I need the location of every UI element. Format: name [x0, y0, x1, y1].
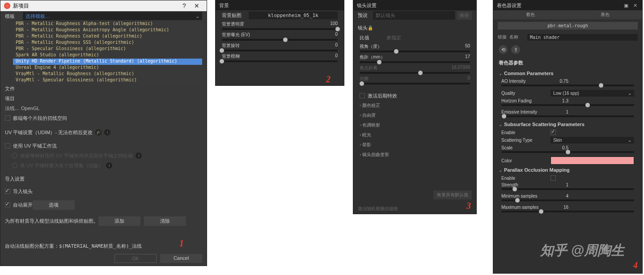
naming-scheme-label: 自动法线贴图分配方案：$(MATERIAL_NAME材质_名称)_法线 — [5, 243, 142, 249]
template-option[interactable]: Spark AR Studio (allegorithmic) — [13, 52, 202, 59]
slider-value: 100 — [330, 21, 338, 27]
slider-label: 视角（度） — [360, 43, 382, 50]
udim-label: UV 平铺设置（UDIM）- 无法在稍后更改 — [5, 129, 93, 136]
sss-parameters-header[interactable]: Subsurface Scattering Parameters — [493, 120, 642, 129]
panel-title: 着色器设置 — [497, 2, 521, 9]
tab-shading[interactable]: 着色 — [493, 10, 568, 19]
close-button[interactable]: ✕ — [191, 2, 203, 9]
pom-min-samples-slider[interactable] — [501, 199, 634, 201]
pom-enable-checkbox[interactable] — [551, 175, 556, 181]
template-dropdown-list[interactable]: PBR - Metallic Roughness Alpha-test (all… — [13, 21, 202, 84]
template-option[interactable]: Unreal Engine 4 (allegorithmic) — [13, 65, 202, 71]
link-icon[interactable]: ⟲ — [499, 45, 508, 54]
params-header: 着色器参数 — [493, 57, 642, 69]
shader-name-field[interactable]: Main shader — [527, 34, 638, 41]
preserve-uv-radio[interactable] — [12, 153, 17, 158]
lock-icon[interactable]: 🔒 — [368, 25, 373, 30]
shader-settings-panel: 着色器设置 ▣ ✕ 着色 基色 pbr-metal-rough 链接 名称 Ma… — [493, 0, 643, 274]
ratio-label: 比值 — [360, 34, 386, 41]
sss-color-swatch[interactable] — [551, 157, 634, 165]
fx-item[interactable]: 自由度 — [353, 110, 476, 120]
tab-basecolor[interactable]: 基色 — [568, 10, 643, 19]
convert-uv-radio[interactable] — [12, 163, 17, 168]
pom-max-samples-slider[interactable] — [501, 211, 634, 212]
clear-button[interactable]: 清除 — [144, 216, 186, 226]
slider-label: 焦点距离 — [360, 65, 377, 71]
template-option[interactable]: PBR - Metallic Roughness Coated (allegor… — [13, 34, 202, 40]
template-option[interactable]: PBR - Metallic Roughness SSS (allegorith… — [13, 40, 202, 46]
slider-label: 背景旋转 — [222, 42, 240, 49]
post-fx-checkbox[interactable] — [360, 93, 365, 98]
upload-icon[interactable]: ⇪ — [511, 45, 520, 54]
slider[interactable] — [222, 28, 338, 30]
use-uv-tile-label: 使用 UV 平铺工作流 — [13, 143, 57, 149]
add-button[interactable]: 添加 — [98, 216, 140, 226]
options-button[interactable]: 选项 — [33, 200, 75, 210]
help-button[interactable]: ? — [178, 2, 191, 9]
cancel-button[interactable]: Cancel — [160, 254, 202, 263]
sss-scale-slider[interactable] — [501, 151, 634, 153]
horizon-fading-slider[interactable] — [501, 104, 634, 106]
preset-save-button[interactable]: 保存 — [457, 11, 472, 20]
grad-cap-icon[interactable]: 🎓 — [95, 129, 102, 135]
chevron-down-icon: ⌄ — [628, 138, 631, 143]
sss-enable-checkbox[interactable] — [551, 130, 556, 135]
dialog-title: 新项目 — [13, 2, 29, 10]
slider[interactable] — [222, 39, 338, 41]
common-parameters-header[interactable]: Common Parameters — [493, 69, 642, 78]
emissive-intensity-slider[interactable] — [501, 115, 634, 117]
new-project-dialog: 新项目 ? ✕ 模板 选择模板… ⌄ PBR - Metallic Roughn… — [0, 0, 207, 266]
fx-item[interactable]: 色调映射 — [353, 120, 476, 130]
template-option[interactable]: PBR - Specular Glossiness (allegorithmic… — [13, 46, 202, 52]
annotation-2: 2 — [326, 74, 330, 85]
fx-item[interactable]: 眩光 — [353, 130, 476, 140]
pop-out-icon[interactable]: ▣ — [623, 3, 630, 8]
pom-strength-slider[interactable] — [501, 188, 634, 190]
preset-field[interactable]: 默认镜头 — [373, 11, 455, 20]
scattering-type-select[interactable]: Skin⌄ — [551, 137, 634, 144]
env-map-field[interactable]: kloppenheim_05_1k — [249, 12, 338, 19]
slider[interactable] — [360, 51, 470, 52]
convert-uv-label: 将 UV 平铺转换为各个纹理集（旧版） — [20, 162, 103, 169]
reset-defaults-button[interactable]: 恢复所有默认值 — [433, 190, 472, 199]
name-col-label: 名称 — [509, 34, 518, 41]
use-uv-tile-checkbox[interactable] — [5, 143, 10, 148]
auto-unwrap-checkbox[interactable] — [5, 202, 10, 207]
info-icon[interactable]: i — [104, 129, 110, 135]
import-camera-checkbox[interactable] — [5, 189, 10, 194]
slider-label: 光圈 — [360, 76, 369, 82]
shader-type-pill[interactable]: pbr-metal-rough — [498, 22, 638, 30]
background-panel: 背景 背景贴图 kloppenheim_05_1k 背景透明度100背景曝光 (… — [215, 0, 344, 86]
template-option[interactable]: VrayMtl - Metallic Roughness (allegorith… — [13, 71, 202, 77]
tangent-checkbox[interactable] — [5, 115, 10, 121]
template-label: 模板 — [5, 13, 23, 20]
slider[interactable] — [360, 61, 470, 63]
slider-value: 50 — [465, 43, 470, 50]
close-icon[interactable]: ✕ — [631, 3, 639, 8]
ok-button[interactable]: OK — [114, 254, 157, 263]
chevron-down-icon: ⌄ — [628, 91, 631, 96]
quality-select[interactable]: Low (16 spp)⌄ — [551, 90, 634, 97]
annotation-1: 1 — [179, 238, 184, 249]
fx-item[interactable]: 镜头扭曲变形 — [353, 150, 476, 160]
template-option[interactable]: Unity HD Render Pipeline (Metallic Stand… — [13, 59, 202, 65]
pom-parameters-header[interactable]: Parallax Occlusion Mapping — [493, 165, 642, 174]
slider[interactable] — [222, 50, 338, 51]
project-label: 项目 — [5, 95, 23, 102]
ao-intensity-slider[interactable] — [501, 85, 634, 86]
slider[interactable] — [222, 60, 338, 62]
template-select[interactable]: 选择模板… ⌄ — [23, 12, 202, 20]
slider[interactable] — [360, 72, 470, 74]
fx-item[interactable]: 晕影 — [353, 140, 476, 150]
fx-item[interactable]: 颜色校正 — [353, 101, 476, 110]
slider-value: 0 — [467, 76, 470, 82]
template-option[interactable]: PBR - Metallic Roughness Anisotropy Angl… — [13, 27, 202, 34]
template-option[interactable]: PBR - Metallic Roughness Alpha-test (all… — [13, 21, 202, 27]
slider-label: 焦距（mm） — [360, 54, 385, 60]
info-icon[interactable]: i — [106, 162, 112, 169]
slider-label: 背景模糊 — [222, 53, 240, 59]
slider[interactable] — [360, 83, 470, 85]
import-camera-label: 导入镜头 — [13, 188, 33, 195]
template-option[interactable]: VrayMtl - Specular Glossiness (allegorit… — [13, 77, 202, 84]
info-icon[interactable]: i — [136, 152, 142, 159]
